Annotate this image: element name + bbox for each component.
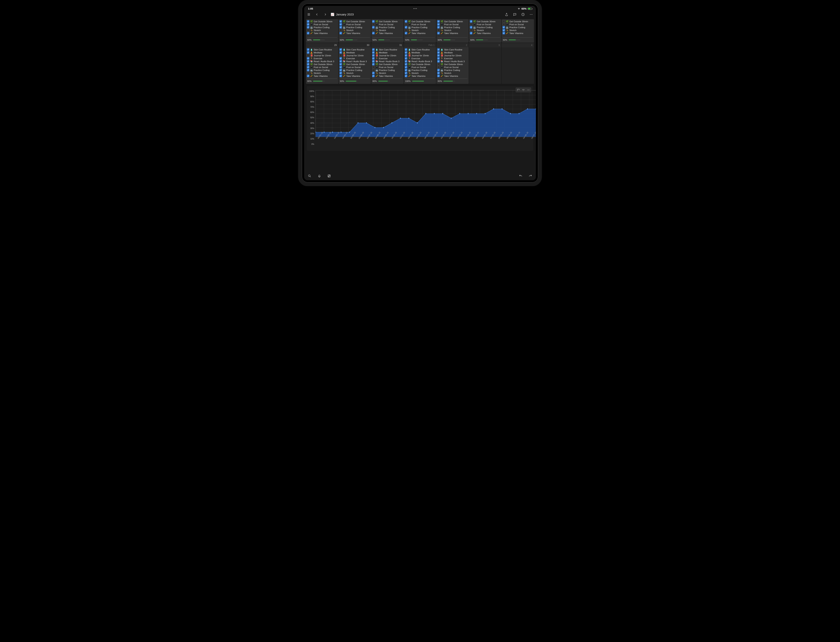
chart-plot[interactable] — [316, 90, 536, 137]
task-checkbox[interactable] — [307, 63, 309, 65]
page-title[interactable]: 📈 January 2023 — [331, 13, 354, 16]
calendar-day[interactable]: 2🧴Skin Care Routine🧘Meditate📕Journal for… — [436, 43, 469, 84]
task-checkbox[interactable] — [307, 66, 309, 68]
task-checkbox[interactable] — [470, 26, 473, 29]
task-checkbox[interactable] — [372, 63, 375, 65]
task-checkbox[interactable] — [340, 48, 342, 51]
task-checkbox[interactable] — [372, 75, 375, 77]
calendar-day[interactable]: 🌿Get Outside 30min📱Post on Social💻Practi… — [306, 19, 338, 43]
notifications-icon[interactable] — [317, 173, 322, 179]
task-checkbox[interactable] — [372, 48, 375, 51]
task-checkbox[interactable] — [437, 29, 440, 31]
task-checkbox[interactable] — [372, 57, 375, 60]
task-checkbox[interactable] — [307, 20, 309, 23]
task-checkbox[interactable] — [437, 48, 440, 51]
task-checkbox[interactable] — [340, 57, 342, 60]
task-checkbox[interactable] — [340, 54, 342, 57]
task-checkbox[interactable] — [437, 72, 440, 74]
task-checkbox[interactable] — [340, 20, 342, 23]
task-checkbox[interactable] — [340, 60, 342, 63]
task-checkbox[interactable] — [437, 32, 440, 34]
task-checkbox[interactable] — [340, 26, 342, 29]
task-checkbox[interactable] — [307, 54, 309, 57]
task-checkbox[interactable] — [307, 69, 309, 71]
task-checkbox[interactable] — [405, 26, 407, 29]
search-icon[interactable] — [307, 173, 312, 179]
calendar-day[interactable]: 🌿Get Outside 30min📱Post on Social💻Practi… — [404, 19, 436, 43]
task-checkbox[interactable] — [372, 29, 375, 31]
task-checkbox[interactable] — [307, 23, 309, 26]
task-checkbox[interactable] — [470, 29, 473, 31]
task-checkbox[interactable] — [405, 54, 407, 57]
task-checkbox[interactable] — [502, 20, 505, 23]
task-checkbox[interactable] — [307, 48, 309, 51]
task-checkbox[interactable] — [372, 20, 375, 23]
task-checkbox[interactable] — [340, 51, 342, 54]
calendar-day[interactable]: 🌿Get Outside 30min📱Post on Social💻Practi… — [502, 19, 534, 43]
task-checkbox[interactable] — [405, 69, 407, 71]
comments-icon[interactable] — [512, 12, 518, 17]
nav-forward-icon[interactable] — [322, 12, 328, 17]
compose-icon[interactable] — [326, 173, 332, 179]
task-checkbox[interactable] — [437, 26, 440, 29]
task-checkbox[interactable] — [405, 23, 407, 26]
calendar-day[interactable]: 🌿Get Outside 30min📱Post on Social💻Practi… — [371, 19, 404, 43]
task-checkbox[interactable] — [307, 29, 309, 31]
task-checkbox[interactable] — [437, 69, 440, 71]
task-checkbox[interactable] — [437, 57, 440, 60]
task-checkbox[interactable] — [437, 23, 440, 26]
task-checkbox[interactable] — [340, 66, 342, 68]
history-icon[interactable] — [520, 12, 526, 17]
task-checkbox[interactable] — [405, 32, 407, 34]
nav-back-icon[interactable] — [314, 12, 320, 17]
task-checkbox[interactable] — [372, 60, 375, 63]
calendar-day[interactable]: 🌿Get Outside 30min📱Post on Social💻Practi… — [469, 19, 501, 43]
task-checkbox[interactable] — [405, 72, 407, 74]
multitask-dots-icon[interactable]: ••• — [413, 7, 418, 10]
task-checkbox[interactable] — [437, 54, 440, 57]
task-checkbox[interactable] — [502, 32, 505, 34]
task-checkbox[interactable] — [340, 29, 342, 31]
task-checkbox[interactable] — [372, 69, 375, 71]
task-checkbox[interactable] — [405, 66, 407, 68]
task-checkbox[interactable] — [340, 23, 342, 26]
task-checkbox[interactable] — [502, 23, 505, 26]
task-checkbox[interactable] — [405, 51, 407, 54]
more-icon[interactable] — [528, 12, 534, 17]
task-checkbox[interactable] — [470, 23, 473, 26]
task-checkbox[interactable] — [340, 72, 342, 74]
task-checkbox[interactable] — [372, 66, 375, 68]
task-checkbox[interactable] — [405, 60, 407, 63]
task-checkbox[interactable] — [307, 72, 309, 74]
undo-icon[interactable] — [518, 173, 523, 179]
share-icon[interactable] — [504, 12, 509, 17]
task-checkbox[interactable] — [470, 20, 473, 23]
task-checkbox[interactable] — [307, 26, 309, 29]
task-checkbox[interactable] — [340, 75, 342, 77]
task-checkbox[interactable] — [372, 51, 375, 54]
content-scroll[interactable]: 🌿Get Outside 30min📱Post on Social💻Practi… — [304, 18, 536, 172]
task-checkbox[interactable] — [437, 63, 440, 65]
calendar-day[interactable]: Feb 1🧴Skin Care Routine🧘Meditate📕Journal… — [404, 43, 436, 84]
task-checkbox[interactable] — [307, 60, 309, 63]
task-checkbox[interactable] — [437, 20, 440, 23]
task-checkbox[interactable] — [502, 29, 505, 31]
task-checkbox[interactable] — [437, 75, 440, 77]
task-checkbox[interactable] — [437, 51, 440, 54]
task-checkbox[interactable] — [307, 57, 309, 60]
task-checkbox[interactable] — [372, 72, 375, 74]
calendar-day[interactable]: 31🧴Skin Care Routine🧘Meditate📕Journal fo… — [371, 43, 404, 84]
task-checkbox[interactable] — [502, 26, 505, 29]
task-checkbox[interactable] — [405, 75, 407, 77]
redo-icon[interactable] — [528, 173, 533, 179]
task-checkbox[interactable] — [372, 32, 375, 34]
calendar-day[interactable]: 🌿Get Outside 30min📱Post on Social💻Practi… — [436, 19, 469, 43]
task-checkbox[interactable] — [470, 32, 473, 34]
hamburger-menu-icon[interactable] — [306, 12, 312, 17]
calendar-day[interactable]: 30🧴Skin Care Routine🧘Meditate📕Journal fo… — [339, 43, 371, 84]
task-checkbox[interactable] — [405, 29, 407, 31]
task-checkbox[interactable] — [405, 57, 407, 60]
task-checkbox[interactable] — [340, 63, 342, 65]
task-checkbox[interactable] — [437, 60, 440, 63]
calendar-day[interactable]: 29🧴Skin Care Routine🧘Meditate📕Journal fo… — [306, 43, 338, 84]
